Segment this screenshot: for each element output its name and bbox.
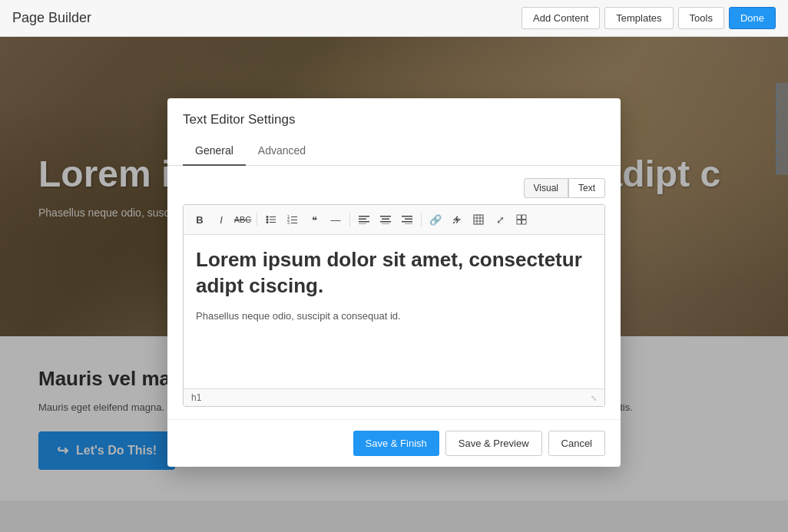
svg-rect-17 (382, 219, 389, 220)
svg-rect-5 (270, 222, 276, 223)
align-left-button[interactable] (354, 210, 374, 230)
svg-rect-15 (359, 224, 366, 225)
svg-point-2 (267, 219, 269, 221)
save-finish-button[interactable]: Save & Finish (353, 431, 439, 456)
page-title: Page Builder (12, 10, 91, 26)
toggle-text-button[interactable]: Text (568, 178, 605, 198)
table-button[interactable] (468, 210, 488, 230)
resize-handle[interactable]: ⤡ (591, 394, 597, 402)
svg-rect-22 (402, 221, 412, 223)
svg-rect-9 (291, 220, 297, 220)
svg-rect-14 (359, 221, 369, 223)
bold-button[interactable]: B (190, 210, 210, 230)
align-center-button[interactable] (376, 210, 396, 230)
tab-advanced[interactable]: Advanced (246, 137, 318, 166)
svg-rect-12 (359, 216, 369, 217)
editor-tag-label: h1 (191, 392, 201, 403)
done-button[interactable]: Done (729, 7, 776, 29)
cancel-button[interactable]: Cancel (548, 431, 605, 456)
save-preview-button[interactable]: Save & Preview (445, 431, 542, 456)
svg-point-0 (267, 216, 269, 218)
svg-rect-31 (522, 215, 527, 220)
svg-rect-30 (517, 215, 521, 220)
special-chars-button[interactable] (512, 210, 531, 230)
align-right-button[interactable] (397, 210, 417, 230)
tab-general[interactable]: General (183, 137, 246, 166)
modal-footer: Save & Finish Save & Preview Cancel (167, 419, 621, 467)
modal-body: Visual Text B I ABC 1.2.3. ❝ — (167, 166, 621, 419)
modal-tabs: General Advanced (167, 137, 621, 166)
templates-button[interactable]: Templates (604, 7, 673, 29)
svg-line-24 (453, 222, 455, 223)
tools-button[interactable]: Tools (678, 7, 724, 29)
svg-rect-1 (270, 216, 276, 217)
unordered-list-button[interactable] (261, 210, 281, 230)
top-bar-actions: Add Content Templates Tools Done (521, 7, 776, 29)
svg-rect-16 (380, 216, 391, 217)
svg-rect-21 (405, 219, 412, 220)
fullscreen-button[interactable]: ⤢ (490, 210, 510, 230)
add-content-button[interactable]: Add Content (521, 7, 600, 29)
editor-paragraph: Phasellus neque odio, suscipit a consequ… (196, 310, 592, 322)
svg-rect-32 (517, 220, 521, 225)
svg-text:3.: 3. (287, 220, 290, 225)
editor-toolbar: B I ABC 1.2.3. ❝ — (184, 205, 604, 235)
top-bar: Page Builder Add Content Templates Tools… (0, 0, 788, 37)
svg-rect-11 (291, 223, 297, 223)
svg-rect-13 (359, 219, 366, 220)
svg-rect-23 (405, 224, 412, 225)
italic-button[interactable]: I (211, 210, 231, 230)
svg-rect-18 (380, 221, 391, 223)
toolbar-sep-2 (349, 213, 350, 226)
toolbar-sep-1 (257, 213, 257, 226)
hr-button[interactable]: — (326, 210, 346, 230)
modal-title: Text Editor Settings (167, 98, 621, 127)
svg-rect-20 (402, 216, 412, 217)
svg-rect-25 (474, 215, 483, 224)
svg-rect-19 (382, 224, 389, 225)
unlink-button[interactable] (447, 210, 467, 230)
link-button[interactable]: 🔗 (425, 210, 445, 230)
editor-h1: Lorem ipsum dolor sit amet, consectetur … (196, 247, 592, 299)
editor-toggle: Visual Text (183, 178, 605, 198)
blockquote-button[interactable]: ❝ (304, 210, 324, 230)
text-editor-settings-modal: Text Editor Settings General Advanced Vi… (167, 98, 621, 467)
toggle-visual-button[interactable]: Visual (524, 178, 568, 198)
strikethrough-button[interactable]: ABC (233, 210, 253, 230)
canvas: Lorem ipsum dolor consectetur adipt c Ph… (0, 37, 788, 532)
svg-rect-7 (291, 216, 297, 217)
ordered-list-button[interactable]: 1.2.3. (283, 210, 303, 230)
editor-container: B I ABC 1.2.3. ❝ — (183, 204, 605, 407)
editor-content-area[interactable]: Lorem ipsum dolor sit amet, consectetur … (184, 235, 604, 388)
svg-point-4 (267, 221, 269, 223)
svg-rect-3 (270, 220, 276, 220)
toolbar-sep-3 (421, 213, 422, 226)
editor-footer: h1 ⤡ (184, 388, 604, 406)
svg-rect-33 (522, 220, 527, 225)
